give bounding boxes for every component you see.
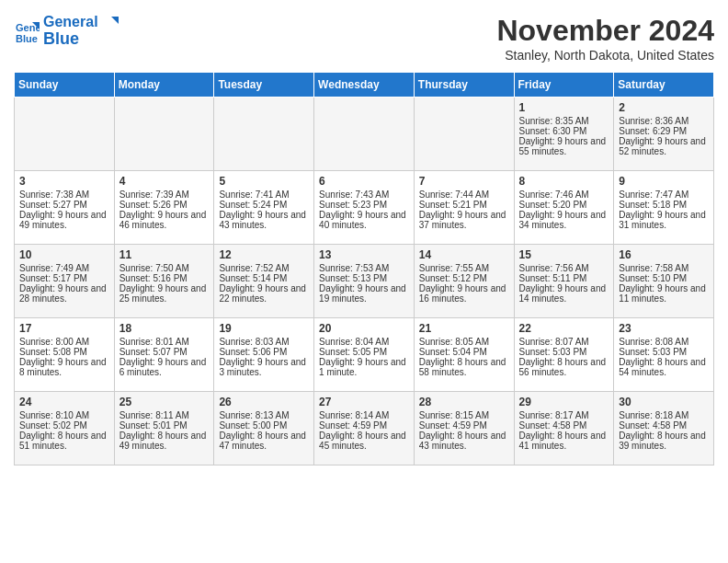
day-info: Sunset: 5:27 PM — [19, 200, 109, 210]
title-block: November 2024 Stanley, North Dakota, Uni… — [496, 14, 714, 63]
day-info: Sunrise: 7:53 AM — [319, 263, 409, 273]
calendar-table: SundayMondayTuesdayWednesdayThursdayFrid… — [14, 72, 714, 465]
day-info: Sunrise: 8:05 AM — [419, 337, 509, 347]
calendar-cell: 29Sunrise: 8:17 AMSunset: 4:58 PMDayligh… — [514, 392, 614, 465]
calendar-cell: 18Sunrise: 8:01 AMSunset: 5:07 PMDayligh… — [114, 318, 214, 392]
calendar-cell: 22Sunrise: 8:07 AMSunset: 5:03 PMDayligh… — [514, 318, 614, 392]
day-info: Sunrise: 8:15 AM — [419, 410, 509, 420]
day-info: Sunset: 5:02 PM — [19, 420, 109, 431]
day-info: Sunrise: 7:56 AM — [519, 263, 609, 273]
day-info: Daylight: 9 hours and 19 minutes. — [319, 283, 409, 304]
day-info: Daylight: 9 hours and 52 minutes. — [619, 136, 709, 156]
calendar-week-row: 1Sunrise: 8:35 AMSunset: 6:30 PMDaylight… — [15, 98, 714, 171]
day-info: Daylight: 8 hours and 49 minutes. — [119, 431, 210, 451]
calendar-cell: 17Sunrise: 8:00 AMSunset: 5:08 PMDayligh… — [15, 318, 115, 392]
day-info: Sunrise: 7:43 AM — [319, 190, 409, 200]
day-info: Daylight: 8 hours and 51 minutes. — [19, 431, 109, 451]
day-info: Daylight: 9 hours and 11 minutes. — [619, 283, 709, 304]
day-number: 7 — [419, 175, 509, 188]
day-info: Sunrise: 8:14 AM — [319, 410, 409, 420]
day-info: Sunset: 4:59 PM — [419, 420, 509, 431]
day-info: Sunset: 6:30 PM — [519, 126, 609, 136]
day-info: Daylight: 8 hours and 54 minutes. — [619, 357, 709, 377]
day-info: Sunrise: 8:04 AM — [319, 337, 409, 347]
calendar-cell: 19Sunrise: 8:03 AMSunset: 5:06 PMDayligh… — [214, 318, 314, 392]
calendar-cell — [114, 98, 214, 171]
day-info: Sunrise: 8:10 AM — [19, 410, 109, 420]
calendar-header-row: SundayMondayTuesdayWednesdayThursdayFrid… — [15, 73, 714, 98]
day-info: Sunset: 5:06 PM — [219, 347, 309, 357]
calendar-cell — [414, 98, 514, 171]
day-info: Daylight: 8 hours and 43 minutes. — [419, 431, 509, 451]
day-info: Sunset: 5:14 PM — [219, 273, 309, 283]
day-number: 16 — [619, 248, 709, 261]
day-number: 10 — [19, 248, 109, 261]
svg-text:Blue: Blue — [16, 33, 38, 44]
day-info: Daylight: 9 hours and 43 minutes. — [219, 210, 309, 230]
day-number: 29 — [519, 396, 609, 408]
day-info: Sunrise: 8:08 AM — [619, 337, 709, 347]
day-number: 2 — [619, 101, 709, 114]
day-number: 12 — [219, 248, 309, 261]
calendar-cell: 26Sunrise: 8:13 AMSunset: 5:00 PMDayligh… — [214, 392, 314, 465]
day-info: Daylight: 8 hours and 56 minutes. — [519, 357, 609, 377]
calendar-cell: 20Sunrise: 8:04 AMSunset: 5:05 PMDayligh… — [314, 318, 415, 392]
day-info: Sunset: 5:18 PM — [619, 200, 709, 210]
day-info: Sunrise: 7:39 AM — [119, 190, 210, 200]
calendar-cell: 24Sunrise: 8:10 AMSunset: 5:02 PMDayligh… — [15, 392, 115, 465]
page-header: General Blue General Blue November 2024 … — [14, 14, 714, 63]
calendar-cell: 6Sunrise: 7:43 AMSunset: 5:23 PMDaylight… — [314, 171, 415, 245]
day-info: Sunrise: 7:50 AM — [119, 263, 210, 273]
day-number: 11 — [119, 248, 210, 261]
day-number: 28 — [419, 396, 509, 408]
day-number: 21 — [419, 322, 509, 335]
calendar-week-row: 10Sunrise: 7:49 AMSunset: 5:17 PMDayligh… — [15, 245, 714, 318]
calendar-cell — [314, 98, 415, 171]
day-info: Sunrise: 8:18 AM — [619, 410, 709, 420]
day-info: Sunrise: 7:55 AM — [419, 263, 509, 273]
day-of-week-header: Wednesday — [314, 73, 415, 98]
day-info: Daylight: 9 hours and 14 minutes. — [519, 283, 609, 304]
calendar-cell — [15, 98, 115, 171]
day-number: 18 — [119, 322, 210, 335]
calendar-cell: 10Sunrise: 7:49 AMSunset: 5:17 PMDayligh… — [15, 245, 115, 318]
day-info: Daylight: 9 hours and 8 minutes. — [19, 357, 109, 377]
day-info: Sunset: 5:10 PM — [619, 273, 709, 283]
day-info: Daylight: 9 hours and 55 minutes. — [519, 136, 609, 156]
calendar-cell: 27Sunrise: 8:14 AMSunset: 4:59 PMDayligh… — [314, 392, 415, 465]
day-number: 19 — [219, 322, 309, 335]
logo: General Blue General Blue — [14, 14, 119, 48]
svg-marker-4 — [111, 17, 119, 24]
day-info: Sunrise: 8:01 AM — [119, 337, 210, 347]
day-info: Sunset: 5:03 PM — [519, 347, 609, 357]
day-info: Sunset: 5:21 PM — [419, 200, 509, 210]
day-info: Sunrise: 8:36 AM — [619, 116, 709, 126]
day-info: Sunset: 5:07 PM — [119, 347, 210, 357]
calendar-cell: 3Sunrise: 7:38 AMSunset: 5:27 PMDaylight… — [15, 171, 115, 245]
calendar-cell: 5Sunrise: 7:41 AMSunset: 5:24 PMDaylight… — [214, 171, 314, 245]
day-info: Sunset: 5:05 PM — [319, 347, 409, 357]
day-number: 25 — [119, 396, 210, 408]
day-info: Daylight: 9 hours and 46 minutes. — [119, 210, 210, 230]
day-info: Sunset: 5:13 PM — [319, 273, 409, 283]
day-of-week-header: Saturday — [614, 73, 714, 98]
day-of-week-header: Thursday — [414, 73, 514, 98]
day-info: Sunrise: 7:58 AM — [619, 263, 709, 273]
day-info: Sunset: 5:17 PM — [19, 273, 109, 283]
day-info: Daylight: 9 hours and 1 minute. — [319, 357, 409, 377]
day-info: Sunset: 5:24 PM — [219, 200, 309, 210]
calendar-cell — [214, 98, 314, 171]
logo-line2: Blue — [43, 30, 119, 49]
day-number: 22 — [519, 322, 609, 335]
calendar-cell: 11Sunrise: 7:50 AMSunset: 5:16 PMDayligh… — [114, 245, 214, 318]
day-number: 26 — [219, 396, 309, 408]
day-info: Sunrise: 8:00 AM — [19, 337, 109, 347]
day-info: Sunrise: 8:35 AM — [519, 116, 609, 126]
day-info: Daylight: 9 hours and 3 minutes. — [219, 357, 309, 377]
day-info: Sunset: 5:26 PM — [119, 200, 210, 210]
day-number: 6 — [319, 175, 409, 188]
day-info: Sunset: 6:29 PM — [619, 126, 709, 136]
location: Stanley, North Dakota, United States — [496, 48, 714, 63]
day-number: 17 — [19, 322, 109, 335]
calendar-cell: 25Sunrise: 8:11 AMSunset: 5:01 PMDayligh… — [114, 392, 214, 465]
